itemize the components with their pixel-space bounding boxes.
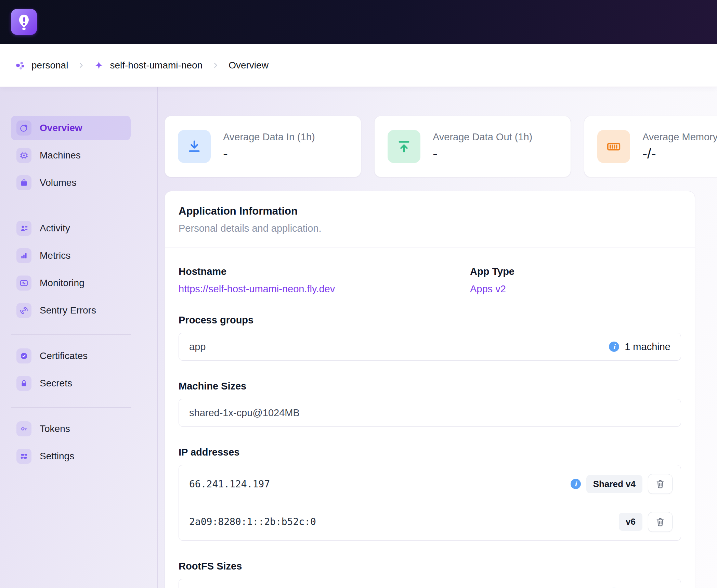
stats-row: Average Data In (1h) - Average Data Out … xyxy=(165,116,717,177)
app-type-link[interactable]: Apps v2 xyxy=(470,283,506,295)
sidebar-item-secrets[interactable]: Secrets xyxy=(11,371,131,396)
stat-label: Average Memory xyxy=(642,131,717,143)
page-body: Overview Machines xyxy=(0,87,717,588)
chip-icon xyxy=(16,148,31,163)
fly-logo[interactable] xyxy=(11,9,37,35)
top-app-bar xyxy=(0,0,717,44)
machine-sizes-section: Machine Sizes shared-1x-cpu@1024MB xyxy=(179,381,681,427)
fly-balloon-icon xyxy=(15,13,33,31)
chevron-right-icon xyxy=(77,61,85,69)
sidebar-item-label: Monitoring xyxy=(40,278,84,289)
app-type-label: App Type xyxy=(470,266,681,277)
sidebar-item-label: Certificates xyxy=(40,350,88,361)
sidebar-item-tokens[interactable]: Tokens xyxy=(11,417,131,441)
card-subtitle: Personal details and application. xyxy=(179,223,681,234)
delete-ip-button[interactable] xyxy=(648,512,673,532)
ip-addresses-label: IP addresses xyxy=(179,447,681,458)
memory-icon xyxy=(597,130,630,163)
rootfs-sizes-box: 471 MB i 1 machine xyxy=(179,579,681,588)
toggles-icon xyxy=(16,449,31,464)
ip-address: 2a09:8280:1::2b:b52c:0 xyxy=(189,516,316,527)
stat-label: Average Data In (1h) xyxy=(223,131,315,143)
sidebar-item-label: Tokens xyxy=(40,423,70,434)
chevron-right-icon xyxy=(211,61,220,69)
breadcrumb: personal self-host-umami-neon Overview xyxy=(0,44,717,87)
stat-card-data-in: Average Data In (1h) - xyxy=(165,116,361,177)
sidebar-item-volumes[interactable]: Volumes xyxy=(11,170,131,195)
card-title: Application Information xyxy=(179,205,681,217)
sidebar-item-certificates[interactable]: Certificates xyxy=(11,344,131,368)
rootfs-sizes-label: RootFS Sizes xyxy=(179,561,681,572)
user-activity-icon xyxy=(16,221,31,236)
machine-sizes-label: Machine Sizes xyxy=(179,381,681,392)
ip-row: 2a09:8280:1::2b:b52c:0 v6 xyxy=(179,503,681,540)
sidebar-item-label: Machines xyxy=(40,150,81,161)
key-icon xyxy=(16,421,31,436)
trash-icon xyxy=(655,517,665,527)
application-information-card: Application Information Personal details… xyxy=(165,191,695,588)
sentry-icon xyxy=(16,303,31,318)
stat-card-data-out: Average Data Out (1h) - xyxy=(374,116,571,177)
sidebar-divider xyxy=(11,407,131,408)
breadcrumb-page[interactable]: Overview xyxy=(229,60,269,71)
org-dots-icon xyxy=(15,60,25,71)
machine-count: 1 machine xyxy=(625,341,670,353)
lock-icon xyxy=(16,376,31,391)
ip-addresses-box: 66.241.124.197 i Shared v4 xyxy=(179,465,681,541)
arrow-up-to-line-icon xyxy=(388,130,420,163)
stat-value: - xyxy=(433,145,532,162)
breadcrumb-org[interactable]: personal xyxy=(15,60,68,71)
rootfs-row: 471 MB i 1 machine xyxy=(179,579,681,588)
process-groups-box: app i 1 machine xyxy=(179,333,681,361)
process-group-name: app xyxy=(189,341,206,353)
stat-card-memory: Average Memory -/- xyxy=(584,116,717,177)
sparkle-icon xyxy=(94,61,104,70)
arrow-down-to-line-icon xyxy=(178,130,211,163)
delete-ip-button[interactable] xyxy=(648,474,673,494)
machine-size-value: shared-1x-cpu@1024MB xyxy=(189,407,300,419)
sidebar: Overview Machines xyxy=(0,87,158,588)
process-groups-section: Process groups app i 1 machine xyxy=(179,315,681,361)
hostname-label: Hostname xyxy=(179,266,470,277)
sidebar-item-activity[interactable]: Activity xyxy=(11,216,131,241)
sidebar-item-label: Settings xyxy=(40,451,74,462)
sidebar-divider xyxy=(11,207,131,207)
app-type-field: App Type Apps v2 xyxy=(470,266,681,295)
card-header: Application Information Personal details… xyxy=(165,191,695,247)
breadcrumb-app[interactable]: self-host-umami-neon xyxy=(94,60,203,71)
machine-size-row: shared-1x-cpu@1024MB xyxy=(179,399,681,426)
card-body: Hostname https://self-host-umami-neon.fl… xyxy=(165,247,695,588)
sidebar-item-label: Volumes xyxy=(40,177,76,188)
ip-addresses-section: IP addresses 66.241.124.197 i Shared v4 xyxy=(179,447,681,541)
ip-address: 66.241.124.197 xyxy=(189,478,270,490)
hostname-field: Hostname https://self-host-umami-neon.fl… xyxy=(179,266,470,295)
process-groups-label: Process groups xyxy=(179,315,681,326)
main-content: Average Data In (1h) - Average Data Out … xyxy=(158,87,717,588)
sidebar-item-sentry-errors[interactable]: Sentry Errors xyxy=(11,298,131,323)
waveform-icon xyxy=(16,276,31,291)
breadcrumb-app-label: self-host-umami-neon xyxy=(110,60,203,71)
breadcrumb-org-label: personal xyxy=(31,60,68,71)
hostname-link[interactable]: https://self-host-umami-neon.fly.dev xyxy=(179,283,335,295)
sidebar-item-settings[interactable]: Settings xyxy=(11,444,131,469)
sidebar-item-machines[interactable]: Machines xyxy=(11,143,131,168)
pie-chart-icon xyxy=(16,120,31,136)
process-group-row: app i 1 machine xyxy=(179,333,681,360)
ip-type-badge: Shared v4 xyxy=(586,475,642,493)
sidebar-item-label: Activity xyxy=(40,223,70,234)
sidebar-item-metrics[interactable]: Metrics xyxy=(11,243,131,268)
info-icon[interactable]: i xyxy=(609,342,619,352)
sidebar-item-overview[interactable]: Overview xyxy=(11,116,131,140)
ip-row: 66.241.124.197 i Shared v4 xyxy=(179,465,681,503)
sidebar-item-monitoring[interactable]: Monitoring xyxy=(11,271,131,295)
sidebar-item-label: Metrics xyxy=(40,250,70,261)
sidebar-item-label: Secrets xyxy=(40,378,72,389)
stat-value: - xyxy=(223,145,315,162)
rootfs-sizes-section: RootFS Sizes 471 MB i 1 machine xyxy=(179,561,681,588)
bar-chart-icon xyxy=(16,248,31,263)
stat-label: Average Data Out (1h) xyxy=(433,131,532,143)
stat-value: -/- xyxy=(642,145,717,162)
sidebar-divider xyxy=(11,334,131,335)
briefcase-icon xyxy=(16,175,31,190)
info-icon[interactable]: i xyxy=(571,479,581,489)
